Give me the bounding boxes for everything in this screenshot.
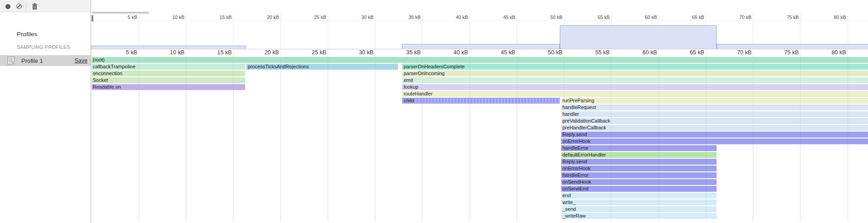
flame-bar[interactable]: _send	[561, 206, 717, 212]
sidebar-title: Profiles	[17, 31, 37, 38]
ruler-label: 55 kB	[572, 49, 610, 56]
flame-bar[interactable]: child	[402, 98, 559, 104]
flame-bar[interactable]: preValidationCallback	[561, 118, 868, 124]
ruler-label: 65 kB	[666, 49, 704, 56]
flame-bar[interactable]: onSendHook	[561, 179, 717, 185]
overview-area-segment[interactable]	[560, 25, 717, 49]
ruler-label: 35 kB	[383, 49, 421, 56]
record-button[interactable]	[3, 1, 13, 11]
ruler-label: 30 kB	[335, 49, 373, 56]
grid-line	[139, 57, 139, 220]
flame-bar[interactable]: Readable.on	[92, 84, 246, 90]
flame-chart-pane: 5 kB10 kB15 kB20 kB25 kB30 kB35 kB40 kB4…	[91, 0, 868, 223]
ruler-label: 75 kB	[761, 49, 799, 56]
flame-bar[interactable]: _writeRaw	[561, 213, 717, 219]
flame-bar[interactable]: Reply.send	[561, 159, 717, 165]
ruler-label: 15 kB	[197, 14, 232, 20]
flame-bar[interactable]: parserOnIncoming	[402, 71, 868, 76]
ruler-label: 70 kB	[717, 14, 752, 20]
ruler-label: 65 kB	[670, 14, 704, 20]
flame-bar[interactable]: Reply.send	[561, 132, 868, 138]
grid-line	[800, 57, 800, 220]
flame-bar[interactable]: callbackTrampoline	[92, 64, 246, 70]
profile-name: Profile 1	[21, 57, 75, 64]
grid-line	[706, 57, 706, 220]
flame-bar[interactable]: defaultErrorHandler	[561, 152, 717, 158]
flame-bar[interactable]: onErrorHook	[561, 138, 868, 144]
block-icon	[16, 4, 22, 9]
ruler-label: 20 kB	[241, 49, 279, 56]
ruler-label: 10 kB	[150, 14, 184, 20]
ruler-label: 70 kB	[713, 49, 752, 56]
vertical-scrollbar-thumb[interactable]	[92, 15, 93, 22]
save-link[interactable]: Save	[75, 57, 88, 64]
ruler-label: 50 kB	[528, 14, 563, 20]
sidebar-section-header: SAMPLING PROFILES	[17, 44, 70, 50]
flame-bar[interactable]: Socket	[92, 77, 246, 83]
clear-all-button[interactable]	[14, 1, 24, 11]
flame-bar[interactable]: handleError	[561, 172, 717, 178]
grid-line	[611, 57, 611, 220]
ruler-top-divider	[91, 20, 868, 21]
ruler-label: 60 kB	[619, 49, 657, 56]
grid-line	[659, 57, 659, 220]
flame-bar[interactable]: onErrorHook	[561, 166, 717, 171]
grid-line	[564, 57, 564, 220]
ruler-label: 30 kB	[339, 14, 373, 20]
delete-profile-button[interactable]	[29, 1, 39, 11]
ruler-label: 40 kB	[434, 14, 468, 20]
profiles-sidebar: Profiles SAMPLING PROFILES % Profile 1 S…	[0, 12, 91, 223]
overview-area-segment[interactable]	[717, 44, 868, 49]
ruler-label: 75 kB	[764, 14, 799, 20]
ruler-label: 80 kB	[808, 49, 846, 56]
grid-line	[470, 57, 470, 220]
ruler-label: 5 kB	[103, 14, 137, 20]
flame-bar[interactable]: end	[561, 193, 717, 199]
flame-bar[interactable]: lookup	[402, 84, 868, 90]
horizontal-scrollbar-thumb[interactable]	[92, 12, 149, 14]
trash-icon	[32, 3, 38, 10]
ruler-label: 35 kB	[386, 14, 421, 20]
toolbar-separator	[26, 3, 26, 10]
ruler-label: 45 kB	[477, 49, 515, 56]
flame-bar[interactable]: onSendEnd	[561, 186, 717, 192]
profile-icon: %	[7, 57, 15, 65]
overview-area-segment[interactable]	[92, 46, 247, 49]
flame-bar[interactable]: preHandlerCallback	[561, 125, 868, 131]
grid-line	[233, 57, 233, 220]
flame-bar[interactable]: handleError	[561, 145, 717, 151]
overview-area-segment[interactable]	[402, 44, 559, 49]
record-icon	[5, 4, 10, 9]
ruler-label: 40 kB	[430, 49, 468, 56]
ruler-label: 45 kB	[481, 14, 515, 20]
flame-bar[interactable]: routeHandler	[402, 91, 868, 97]
grid-line	[186, 57, 186, 220]
ruler-label: 50 kB	[524, 49, 563, 56]
flame-bar[interactable]: parserOnHeadersComplete	[402, 64, 868, 70]
flame-bar[interactable]: handleRequest	[561, 104, 868, 110]
ruler-label: 20 kB	[245, 14, 279, 20]
ruler-label: 55 kB	[575, 14, 610, 20]
ruler-label: 10 kB	[146, 49, 184, 56]
flame-bar[interactable]: (root)	[92, 57, 868, 63]
profile-list-item[interactable]: % Profile 1 Save	[0, 55, 91, 66]
grid-line	[375, 57, 375, 220]
ruler-label: 5 kB	[99, 49, 137, 56]
grid-line	[328, 57, 328, 220]
flame-bar[interactable]: runPreParsing	[561, 98, 868, 104]
ruler-label: 25 kB	[292, 14, 326, 20]
flame-bar[interactable]: write_	[561, 199, 717, 205]
flame-bar[interactable]: emit	[402, 77, 868, 83]
ruler-label: 80 kB	[812, 14, 846, 20]
grid-line	[753, 57, 753, 220]
memory-profiler-panel: Chart ▼ Profiles SAMPLING PROFILES % Pro…	[0, 0, 868, 223]
grid-line	[517, 57, 517, 220]
grid-line	[422, 57, 422, 220]
grid-line	[281, 57, 281, 220]
flame-bar[interactable]: handler	[561, 111, 868, 117]
svg-text:%: %	[12, 62, 15, 65]
flame-bar[interactable]: onconnection	[92, 71, 246, 76]
ruler-label: 15 kB	[194, 49, 232, 56]
ruler-label: 25 kB	[288, 49, 326, 56]
grid-line	[848, 57, 848, 220]
